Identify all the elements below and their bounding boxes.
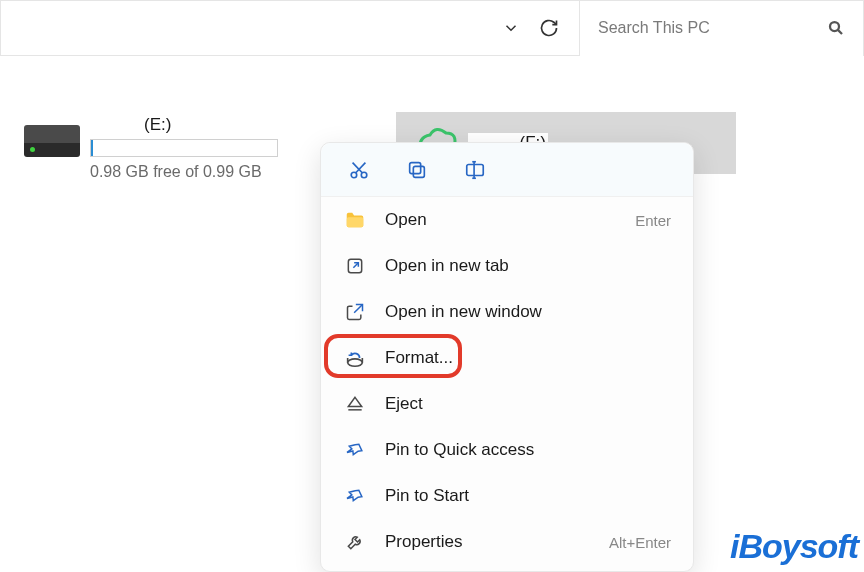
drive-e-usage-fill xyxy=(91,140,93,156)
svg-marker-16 xyxy=(348,397,361,406)
open-tab-icon xyxy=(343,254,367,278)
svg-rect-8 xyxy=(467,164,484,175)
watermark: iBoysoft xyxy=(730,527,858,566)
chevron-down-icon[interactable] xyxy=(501,18,521,38)
svg-rect-6 xyxy=(413,166,424,177)
svg-rect-7 xyxy=(410,162,421,173)
menu-pin-start-label: Pin to Start xyxy=(385,486,671,506)
open-window-icon xyxy=(343,300,367,324)
wrench-icon xyxy=(343,530,367,554)
menu-open-window-label: Open in new window xyxy=(385,302,671,322)
svg-line-1 xyxy=(838,30,842,34)
svg-point-3 xyxy=(361,172,367,178)
toolbar: Search This PC xyxy=(0,0,864,56)
svg-rect-12 xyxy=(347,217,364,227)
drive-e-status: 0.98 GB free of 0.99 GB xyxy=(90,163,278,181)
menu-eject[interactable]: Eject xyxy=(321,381,693,427)
svg-point-15 xyxy=(348,359,363,366)
context-menu: Open Enter Open in new tab Open in new w… xyxy=(320,142,694,572)
menu-properties[interactable]: Properties Alt+Enter xyxy=(321,519,693,565)
menu-eject-label: Eject xyxy=(385,394,671,414)
menu-pin-quick[interactable]: Pin to Quick access xyxy=(321,427,693,473)
pin-icon xyxy=(343,438,367,462)
search-icon xyxy=(827,19,845,37)
folder-icon xyxy=(343,208,367,232)
menu-pin-quick-label: Pin to Quick access xyxy=(385,440,671,460)
menu-open-tab[interactable]: Open in new tab xyxy=(321,243,693,289)
search-box[interactable]: Search This PC xyxy=(579,1,863,56)
menu-open-label: Open xyxy=(385,210,617,230)
copy-icon[interactable] xyxy=(403,156,431,184)
rename-icon[interactable] xyxy=(461,156,489,184)
drive-e-info: (E:) 0.98 GB free of 0.99 GB xyxy=(90,115,278,181)
drive-e[interactable]: (E:) 0.98 GB free of 0.99 GB xyxy=(24,115,278,181)
eject-icon xyxy=(343,392,367,416)
menu-properties-shortcut: Alt+Enter xyxy=(609,534,671,551)
menu-open[interactable]: Open Enter xyxy=(321,197,693,243)
refresh-icon[interactable] xyxy=(539,18,559,38)
menu-properties-label: Properties xyxy=(385,532,591,552)
svg-point-2 xyxy=(351,172,357,178)
pin-icon xyxy=(343,484,367,508)
svg-line-14 xyxy=(354,305,362,313)
menu-open-tab-label: Open in new tab xyxy=(385,256,671,276)
drive-icon xyxy=(24,125,80,157)
drive-e-label: (E:) xyxy=(90,115,278,135)
menu-open-shortcut: Enter xyxy=(635,212,671,229)
menu-open-window[interactable]: Open in new window xyxy=(321,289,693,335)
menu-format-label: Format... xyxy=(385,348,671,368)
cut-icon[interactable] xyxy=(345,156,373,184)
svg-point-0 xyxy=(830,22,839,31)
format-icon xyxy=(343,346,367,370)
context-menu-toolbar xyxy=(321,143,693,197)
address-bar-area xyxy=(1,1,579,55)
menu-format[interactable]: Format... xyxy=(321,335,693,381)
menu-pin-start[interactable]: Pin to Start xyxy=(321,473,693,519)
drive-e-usage-bar xyxy=(90,139,278,157)
search-placeholder: Search This PC xyxy=(598,19,827,37)
